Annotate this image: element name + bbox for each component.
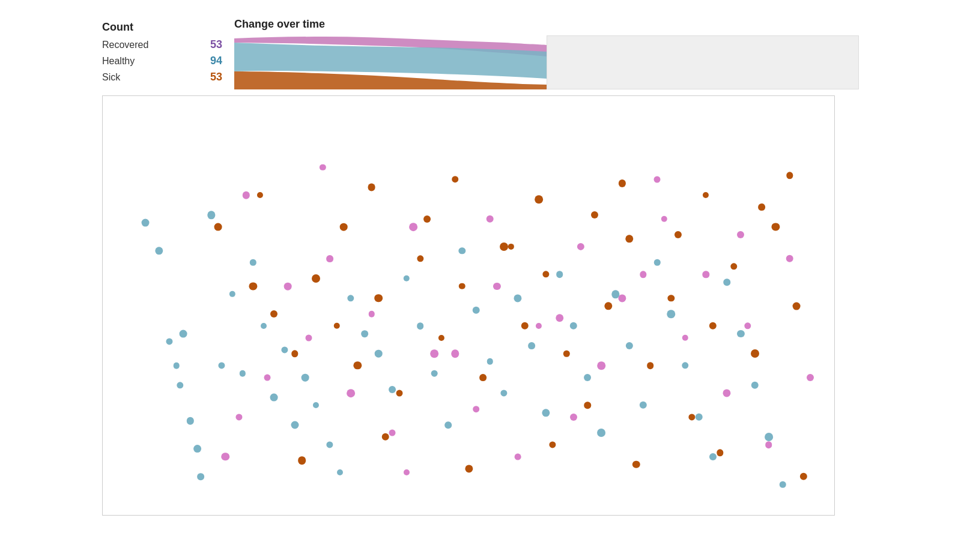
dot-recovered [284, 283, 292, 291]
dot-sick [758, 203, 765, 211]
dot-recovered [243, 191, 250, 199]
dot-sick [354, 361, 362, 369]
dot-healthy [584, 374, 591, 381]
dot-healthy [155, 247, 163, 254]
dot-healthy [667, 310, 675, 318]
dot-healthy [375, 350, 383, 358]
legend-item-sick: Sick 53 [102, 71, 222, 83]
dot-healthy [174, 363, 180, 369]
legend-value-healthy: 94 [210, 55, 222, 67]
dot-recovered [654, 176, 661, 182]
top-section: Count Recovered 53 Healthy 94 Sick 53 Ch… [102, 18, 859, 89]
dot-healthy [459, 247, 465, 254]
dot-sick [312, 274, 320, 283]
legend-label-recovered: Recovered [102, 40, 148, 50]
dot-recovered [326, 255, 333, 262]
dot-recovered [723, 390, 731, 397]
dot-healthy [180, 330, 187, 338]
dot-healthy [291, 421, 299, 429]
dot-sick [675, 231, 682, 238]
dot-sick [249, 282, 257, 290]
dot-sick [382, 433, 390, 441]
dot-sick [521, 322, 529, 330]
dot-recovered [451, 349, 459, 357]
dot-sick [550, 441, 556, 448]
dot-healthy [765, 433, 773, 441]
dot-recovered [765, 441, 772, 448]
dot-healthy [198, 473, 205, 480]
dot-sick [452, 176, 459, 183]
dot-recovered [486, 215, 494, 223]
time-chart-section: Change over time [234, 18, 859, 89]
dot-recovered [619, 294, 626, 302]
dot-sick [423, 215, 431, 223]
dot-sick [214, 223, 222, 231]
dot-sick [270, 310, 277, 318]
dot-recovered [404, 469, 410, 475]
dot-healthy [187, 417, 194, 424]
dot-sick [800, 473, 807, 480]
dot-sick [459, 283, 465, 289]
dot-healthy [261, 323, 267, 329]
dot-healthy [696, 414, 703, 421]
dot-healthy [417, 322, 424, 330]
dot-sick [508, 244, 514, 250]
dot-healthy [751, 382, 758, 389]
dot-healthy [326, 441, 333, 448]
dot-sick [730, 263, 737, 269]
dot-sick [709, 322, 717, 330]
dot-healthy [723, 279, 730, 286]
dot-sick [793, 303, 801, 310]
dot-sick [333, 323, 339, 329]
legend-item-healthy: Healthy 94 [102, 55, 222, 67]
dot-healthy [337, 469, 343, 475]
dot-sick [257, 192, 263, 198]
dot-healthy [556, 271, 563, 278]
dot-recovered [473, 406, 480, 413]
dot-sick [535, 195, 543, 203]
dot-sick [717, 449, 723, 456]
dot-healthy [361, 330, 368, 337]
dot-sick [786, 172, 793, 179]
dot-sick [500, 242, 508, 251]
time-chart-title: Change over time [234, 18, 859, 31]
dot-sick [751, 349, 759, 358]
time-chart-active [234, 35, 547, 89]
dot-sick [291, 350, 298, 357]
dot-sick [417, 255, 423, 262]
dot-recovered [430, 349, 438, 358]
dot-recovered [368, 311, 375, 318]
dot-healthy [444, 421, 452, 429]
dot-healthy [403, 275, 409, 282]
dot-sick [396, 390, 403, 397]
dot-sick [542, 271, 549, 278]
dot-recovered [515, 453, 521, 460]
dot-sick [619, 179, 626, 187]
dot-healthy [313, 402, 319, 408]
dot-healthy [431, 370, 438, 377]
dot-sick [563, 351, 569, 357]
dot-recovered [556, 314, 564, 322]
dot-recovered [236, 414, 243, 420]
time-chart-wrapper [234, 35, 859, 89]
dot-sick [604, 302, 612, 310]
dot-healthy [514, 294, 522, 302]
dot-healthy [166, 339, 173, 345]
dot-recovered [221, 453, 229, 461]
dot-sick [591, 211, 598, 218]
time-chart-inactive [547, 35, 859, 89]
legend-label-healthy: Healthy [102, 56, 135, 67]
dot-healthy [389, 386, 396, 393]
legend-title: Count [102, 21, 222, 34]
dot-sick [625, 235, 633, 242]
dot-healthy [347, 295, 354, 301]
dot-healthy [626, 342, 633, 349]
dot-recovered [737, 231, 744, 238]
dot-sick [368, 184, 375, 191]
dot-healthy [654, 259, 660, 265]
dot-healthy [207, 211, 215, 219]
legend-value-sick: 53 [210, 71, 222, 83]
dot-recovered [320, 164, 326, 170]
legend-label-sick: Sick [102, 72, 120, 83]
dot-recovered [682, 335, 688, 341]
